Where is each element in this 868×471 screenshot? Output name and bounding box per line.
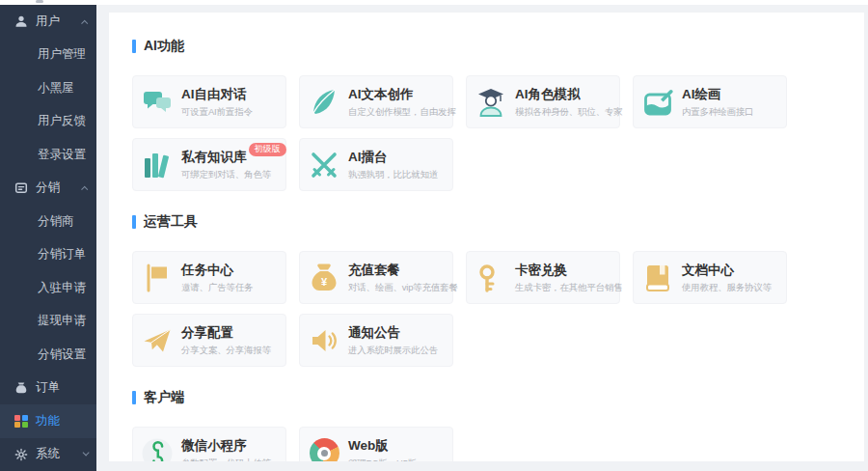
card-grid-ai: AI自由对话 可设置AI前置指令 AI文本创作 自定义创作模型，自由发挥 AI角… (132, 75, 800, 191)
card-grid-clients: 微信小程序 参数配置、代码上传等 Web版 管理PC版、H5版 (132, 427, 800, 461)
sidebar-item-login-settings[interactable]: 登录设置 (0, 138, 96, 172)
scrollbar-remnant (36, 0, 43, 3)
card-wechat-miniprogram[interactable]: 微信小程序 参数配置、代码上传等 (132, 427, 286, 461)
content-area: AI功能 AI自由对话 可设置AI前置指令 AI文本创作 自定义创作模型，自由发… (96, 5, 868, 471)
gear-icon (14, 448, 28, 461)
money-bag-icon: ¥ (308, 262, 340, 294)
section-header-operations: 运营工具 (132, 213, 841, 231)
sidebar-group-system[interactable]: 系统 (0, 438, 96, 471)
sidebar-group-distribution[interactable]: 分销 (0, 172, 96, 206)
section-title: 客户端 (144, 389, 184, 406)
sidebar-group-label: 用户 (36, 14, 60, 30)
paint-brush-icon (641, 86, 674, 119)
card-notice[interactable]: 通知公告 进入系统时展示此公告 (299, 314, 453, 367)
features-panel: AI功能 AI自由对话 可设置AI前置指令 AI文本创作 自定义创作模型，自由发… (109, 13, 864, 461)
card-share-config[interactable]: 分享配置 分享文案、分享海报等 (132, 314, 286, 367)
sidebar-group-label: 分销 (36, 180, 60, 196)
card-doc-center[interactable]: 文档中心 使用教程、服务协议等 (633, 251, 787, 304)
chevron-up-icon (81, 19, 89, 27)
section-accent-bar (132, 391, 136, 404)
card-ai-chat[interactable]: AI自由对话 可设置AI前置指令 (132, 75, 286, 128)
user-icon (14, 14, 28, 28)
card-ai-drawing[interactable]: AI绘画 内置多种绘画接口 (633, 75, 787, 128)
card-task-center[interactable]: 任务中心 邀请、广告等任务 (132, 251, 286, 304)
card-ai-writing[interactable]: AI文本创作 自定义创作模型，自由发挥 (299, 75, 453, 128)
sidebar-item-orders[interactable]: 订单 (0, 372, 96, 405)
chat-bubbles-icon (141, 86, 174, 119)
graduate-icon (475, 86, 507, 119)
card-web-version[interactable]: Web版 管理PC版、H5版 (299, 427, 453, 461)
app-window: 用户 用户管理 小黑屋 用户反馈 登录设置 分销 分销商 分销订单 入驻申请 提… (0, 0, 868, 471)
sidebar-item-distribution-settings[interactable]: 分销设置 (0, 338, 96, 372)
sidebar-item-user-feedback[interactable]: 用户反馈 (0, 105, 96, 139)
sidebar-item-withdrawal-applications[interactable]: 提现申请 (0, 305, 96, 339)
section-header-ai: AI功能 (132, 38, 841, 55)
web-browser-icon (308, 437, 340, 462)
speaker-icon (308, 324, 340, 357)
sidebar: 用户 用户管理 小黑屋 用户反馈 登录设置 分销 分销商 分销订单 入驻申请 提… (0, 5, 96, 471)
money-bag-icon (14, 381, 28, 395)
sidebar-item-distribution-orders[interactable]: 分销订单 (0, 238, 96, 272)
sidebar-item-join-applications[interactable]: 入驻申请 (0, 271, 96, 305)
sidebar-item-blacklist[interactable]: 小黑屋 (0, 71, 96, 105)
section-accent-bar (132, 215, 136, 229)
sidebar-item-user-management[interactable]: 用户管理 (0, 39, 96, 72)
sidebar-item-features[interactable]: 功能 (0, 404, 96, 438)
wechat-miniprogram-icon (141, 437, 174, 462)
crossed-swords-icon (308, 149, 340, 181)
svg-text:¥: ¥ (321, 276, 328, 288)
section-title: 运营工具 (144, 213, 198, 231)
card-ai-roleplay[interactable]: AI角色模拟 模拟各种身份、职位、专家 (466, 75, 620, 128)
card-knowledge-base[interactable]: 私有知识库 初级版 可绑定到对话、角色等 (132, 138, 286, 191)
distribution-icon (14, 181, 28, 195)
card-ai-arena[interactable]: AI擂台 孰强孰弱，比比就知道 (299, 138, 453, 191)
chevron-up-icon (81, 185, 89, 193)
section-accent-bar (132, 40, 136, 53)
section-title: AI功能 (144, 38, 184, 55)
books-icon (141, 149, 174, 181)
flag-icon (141, 262, 174, 294)
key-icon (475, 262, 507, 294)
section-header-clients: 客户端 (132, 389, 841, 406)
sidebar-group-user[interactable]: 用户 (0, 5, 96, 39)
features-grid-icon (14, 414, 28, 428)
sidebar-item-distributor[interactable]: 分销商 (0, 205, 96, 238)
card-key-redeem[interactable]: 卡密兑换 生成卡密，在其他平台销售 (466, 251, 620, 304)
card-grid-operations: 任务中心 邀请、广告等任务 ¥ 充值套餐 对话、绘画、vip等充值套餐 卡密兑换… (132, 251, 800, 367)
book-icon (641, 262, 674, 294)
card-recharge-packages[interactable]: ¥ 充值套餐 对话、绘画、vip等充值套餐 (299, 251, 453, 304)
quill-icon (308, 86, 340, 119)
version-badge: 初级版 (249, 143, 286, 156)
paper-plane-icon (141, 324, 174, 357)
chevron-down-icon (82, 450, 90, 457)
